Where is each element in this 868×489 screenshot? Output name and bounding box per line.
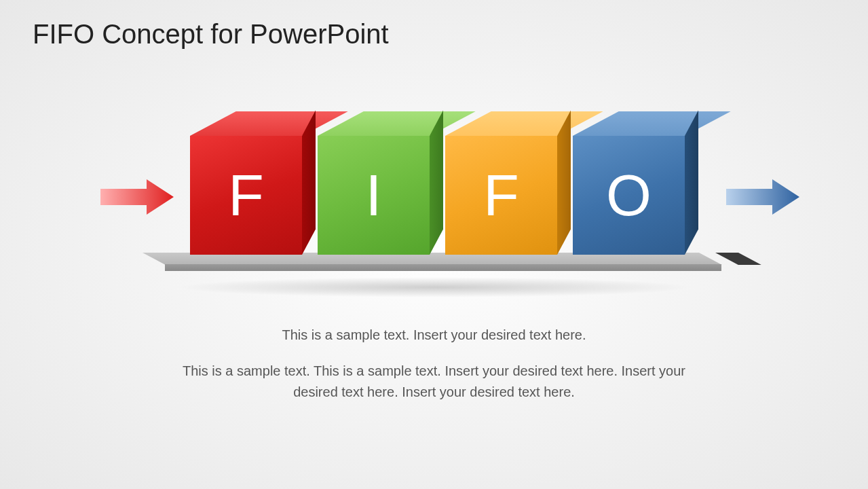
cube-f-2: F xyxy=(445,136,557,255)
cube-o: O xyxy=(573,136,685,255)
cube-letter: I xyxy=(366,162,382,229)
cube-i: I xyxy=(318,136,430,255)
arrow-in-icon xyxy=(100,177,175,217)
cube-f-1: F xyxy=(190,136,302,255)
svg-marker-0 xyxy=(100,179,174,215)
slide-title: FIFO Concept for PowerPoint xyxy=(33,19,389,50)
body-line-2: This is a sample text. This is a sample … xyxy=(0,361,868,403)
cube-letter: F xyxy=(228,162,264,229)
fifo-diagram: F I F O xyxy=(0,122,868,299)
svg-marker-1 xyxy=(726,179,799,215)
body-line-1: This is a sample text. Insert your desir… xyxy=(0,325,868,346)
arrow-out-icon xyxy=(726,177,801,217)
cube-letter: F xyxy=(483,162,519,229)
cube-letter: O xyxy=(606,162,652,229)
platform-shadow xyxy=(176,277,692,297)
body-text-block: This is a sample text. Insert your desir… xyxy=(0,325,868,418)
